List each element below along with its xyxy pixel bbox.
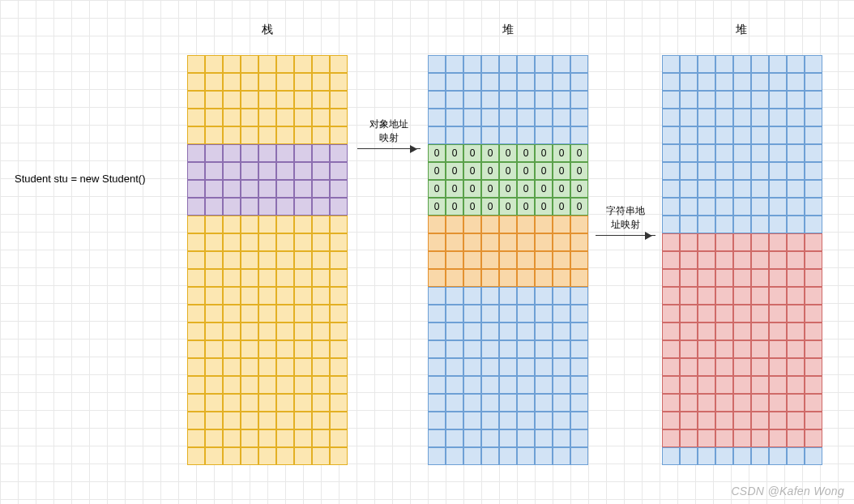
memory-cell xyxy=(517,447,535,465)
memory-cell xyxy=(223,340,241,358)
memory-cell xyxy=(223,162,241,180)
memory-cell xyxy=(662,180,680,198)
memory-cell xyxy=(698,358,715,376)
memory-cell xyxy=(223,358,241,376)
memory-cell xyxy=(805,376,822,394)
memory-cell xyxy=(428,358,446,376)
memory-cell xyxy=(258,322,276,340)
memory-cell xyxy=(698,322,715,340)
memory-cell xyxy=(553,73,570,91)
memory-cell xyxy=(446,322,463,340)
memory-cell xyxy=(499,55,517,73)
memory-cell xyxy=(294,447,312,465)
memory-cell xyxy=(680,429,698,447)
memory-cell xyxy=(446,358,463,376)
memory-cell xyxy=(715,55,733,73)
memory-cell xyxy=(535,126,553,144)
memory-cell xyxy=(276,55,294,73)
memory-cell xyxy=(698,394,715,412)
memory-cell xyxy=(205,198,223,216)
memory-cell xyxy=(570,233,588,251)
memory-cell xyxy=(787,322,805,340)
memory-cell xyxy=(276,340,294,358)
memory-cell xyxy=(698,73,715,91)
memory-cell xyxy=(463,376,481,394)
memory-cell xyxy=(258,412,276,429)
memory-cell: 0 xyxy=(553,198,570,216)
memory-cell: 0 xyxy=(428,180,446,198)
memory-cell xyxy=(535,394,553,412)
memory-cell xyxy=(187,412,205,429)
memory-cell xyxy=(312,91,330,109)
memory-cell xyxy=(276,233,294,251)
memory-cell xyxy=(294,305,312,322)
memory-cell xyxy=(446,109,463,126)
memory-cell: 0 xyxy=(570,162,588,180)
memory-cell xyxy=(481,216,499,233)
memory-cell xyxy=(698,233,715,251)
memory-cell: 0 xyxy=(570,144,588,162)
memory-cell xyxy=(205,394,223,412)
memory-cell xyxy=(787,162,805,180)
memory-cell: 0 xyxy=(517,162,535,180)
arrow-label: 对象地址 xyxy=(369,117,408,131)
arrow-label: 字符串地 xyxy=(606,204,645,218)
memory-cell xyxy=(787,376,805,394)
memory-cell xyxy=(205,322,223,340)
memory-cell xyxy=(276,447,294,465)
memory-cell xyxy=(733,73,751,91)
memory-cell xyxy=(751,429,769,447)
memory-cell xyxy=(276,198,294,216)
memory-cell xyxy=(241,287,258,305)
memory-cell: 0 xyxy=(535,198,553,216)
memory-cell xyxy=(463,322,481,340)
memory-cell xyxy=(258,394,276,412)
memory-cell: 0 xyxy=(535,144,553,162)
memory-cell xyxy=(276,287,294,305)
memory-cell xyxy=(258,126,276,144)
memory-cell xyxy=(223,73,241,91)
memory-cell xyxy=(312,198,330,216)
memory-cell xyxy=(276,269,294,287)
memory-cell xyxy=(294,73,312,91)
memory-cell xyxy=(805,412,822,429)
memory-cell: 0 xyxy=(499,198,517,216)
memory-cell xyxy=(499,340,517,358)
memory-cell: 0 xyxy=(481,180,499,198)
memory-cell xyxy=(330,412,348,429)
memory-cell xyxy=(499,251,517,269)
memory-cell xyxy=(769,376,787,394)
memory-cell xyxy=(769,322,787,340)
memory-cell xyxy=(769,233,787,251)
memory-cell xyxy=(751,322,769,340)
memory-cell xyxy=(787,394,805,412)
memory-cell xyxy=(570,358,588,376)
watermark: CSDN @Kafen Wong xyxy=(731,485,844,498)
memory-cell xyxy=(733,144,751,162)
memory-cell xyxy=(446,429,463,447)
memory-cell xyxy=(553,358,570,376)
memory-cell xyxy=(751,269,769,287)
memory-cell xyxy=(769,216,787,233)
memory-cell xyxy=(481,322,499,340)
memory-cell xyxy=(517,429,535,447)
memory-cell xyxy=(715,73,733,91)
memory-cell xyxy=(787,55,805,73)
memory-cell xyxy=(241,233,258,251)
memory-cell xyxy=(805,109,822,126)
memory-cell xyxy=(733,269,751,287)
memory-cell xyxy=(223,233,241,251)
memory-cell xyxy=(787,233,805,251)
memory-cell xyxy=(535,91,553,109)
memory-cell xyxy=(499,447,517,465)
memory-cell: 0 xyxy=(553,162,570,180)
memory-cell xyxy=(733,394,751,412)
memory-cell xyxy=(223,198,241,216)
memory-cell xyxy=(294,269,312,287)
memory-cell xyxy=(330,429,348,447)
memory-cell xyxy=(517,376,535,394)
memory-cell xyxy=(570,322,588,340)
memory-cell xyxy=(751,251,769,269)
memory-cell xyxy=(258,305,276,322)
memory-cell xyxy=(330,305,348,322)
